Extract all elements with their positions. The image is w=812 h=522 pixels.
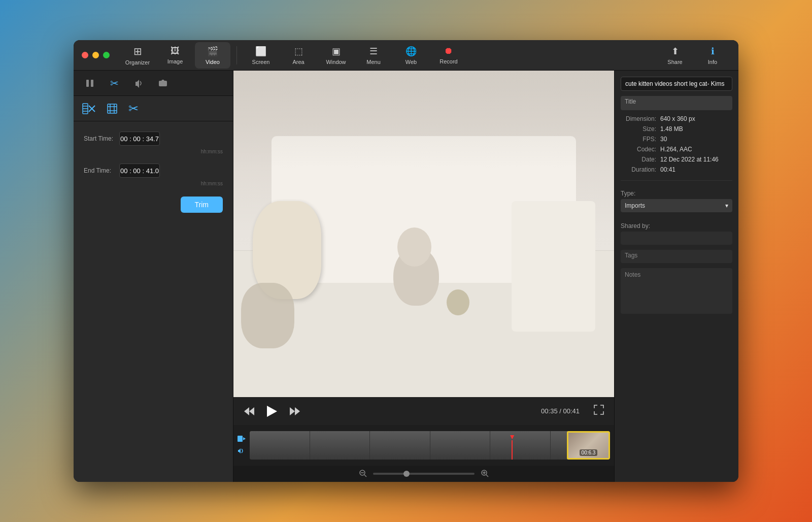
playhead-line <box>512 440 513 460</box>
zoom-slider[interactable] <box>373 473 475 475</box>
record-icon: ⏺ <box>444 46 453 56</box>
trim-button[interactable]: Trim <box>181 197 223 213</box>
duration-label: Duration: <box>621 166 656 173</box>
dimension-value: 640 x 360 px <box>660 115 695 122</box>
divider-1 <box>621 180 732 181</box>
notes-area[interactable]: Notes <box>621 268 732 314</box>
svg-marker-19 <box>295 407 300 415</box>
forward-button[interactable] <box>289 407 300 416</box>
toolbar-area-label: Area <box>292 59 304 65</box>
scene-pillow-right <box>512 201 595 332</box>
thumb-seg-5 <box>490 431 551 460</box>
fullscreen-button[interactable] <box>594 405 604 417</box>
play-button[interactable] <box>263 402 281 420</box>
app-window: ⊞ Organizer 🖼 Image 🎬 Video ⬜ Screen ⬚ A… <box>74 40 738 482</box>
toolbar-item-web[interactable]: 🌐 Web <box>393 42 429 69</box>
edit-tool-crop[interactable] <box>106 103 118 115</box>
zoom-in-icon[interactable] <box>481 469 489 479</box>
edit-tool-cut[interactable]: ✂ <box>106 75 122 91</box>
shared-by-input[interactable] <box>621 232 732 245</box>
zoom-bar <box>233 466 614 482</box>
scene-ceiling <box>233 71 614 169</box>
svg-rect-20 <box>238 436 243 442</box>
thumb-seg-1 <box>250 431 310 460</box>
menu-icon: ☰ <box>369 46 378 57</box>
toolbar-item-info[interactable]: ℹ Info <box>695 42 730 69</box>
timeline-track[interactable]: ▼ 00:6.3 <box>250 431 610 460</box>
timeline-active-thumb: 00:6.3 <box>567 431 610 460</box>
zoom-out-icon[interactable] <box>359 469 367 479</box>
close-button[interactable] <box>82 52 88 58</box>
tags-input[interactable]: Tags <box>621 250 732 263</box>
meta-duration: Duration: 00:41 <box>621 166 732 173</box>
thumb-seg-3 <box>370 431 430 460</box>
toolbar-item-share[interactable]: ⬆ Share <box>657 42 693 69</box>
edit-tool-scissors[interactable]: ✂ <box>128 102 139 116</box>
timeline-thumbnails <box>250 431 610 460</box>
toolbar-share-label: Share <box>667 59 682 65</box>
svg-marker-16 <box>249 407 254 415</box>
end-time-row: End Time: 00 : 00 : 41.0 hh:mm:ss <box>84 164 223 186</box>
date-value: 12 Dec 2022 at 11:46 <box>660 156 719 163</box>
playhead-arrow: ▼ <box>509 433 516 440</box>
maximize-button[interactable] <box>103 52 110 58</box>
end-time-hint: hh:mm:ss <box>84 181 223 186</box>
start-time-input[interactable]: 00 : 00 : 34.7 <box>119 132 160 146</box>
end-time-value: 00 : 00 : 41.0 <box>120 167 159 175</box>
edit-toolbar-row1: ✂ <box>74 71 233 96</box>
kitten-scene <box>233 71 614 397</box>
active-thumb-inner: 00:6.3 <box>568 433 608 458</box>
toolbar-item-window[interactable]: ▣ Window <box>318 42 354 69</box>
toolbar-item-menu[interactable]: ☰ Menu <box>356 42 391 69</box>
thumb-seg-2 <box>310 431 370 460</box>
end-time-input[interactable]: 00 : 00 : 41.0 <box>119 164 160 178</box>
edit-tool-audio[interactable] <box>130 75 147 91</box>
organizer-icon: ⊞ <box>133 45 142 57</box>
toolbar-item-screen[interactable]: ⬜ Screen <box>243 42 279 69</box>
pillow-small <box>241 283 294 348</box>
title-placeholder: Title <box>625 98 636 105</box>
svg-marker-18 <box>290 407 295 415</box>
playhead: ▼ <box>509 433 516 460</box>
toolbar-window-label: Window <box>326 59 346 65</box>
svg-rect-0 <box>86 80 89 87</box>
window-icon: ▣ <box>332 46 341 57</box>
edit-tool-play[interactable] <box>82 75 98 91</box>
toolbar-item-video[interactable]: 🎬 Video <box>195 42 230 69</box>
meta-size: Size: 1.48 MB <box>621 125 732 133</box>
title-bar[interactable]: Title <box>621 96 732 110</box>
thumb-time-label: 00:6.3 <box>580 449 598 456</box>
time-display: 00:35 / 00:41 <box>541 407 580 415</box>
timeline-audio-icon <box>238 447 246 455</box>
rewind-button[interactable] <box>244 407 255 416</box>
toolbar-item-image[interactable]: 🖼 Image <box>157 42 193 69</box>
toolbar-item-area[interactable]: ⬚ Area <box>281 42 316 69</box>
toolbar: ⊞ Organizer 🖼 Image 🎬 Video ⬜ Screen ⬚ A… <box>120 42 657 69</box>
toolbar-item-record[interactable]: ⏺ Record <box>431 42 466 69</box>
type-dropdown[interactable]: Imports ▾ <box>621 199 732 212</box>
traffic-lights <box>82 52 110 58</box>
meta-dimension: Dimension: 640 x 360 px <box>621 115 732 122</box>
edit-tool-camera[interactable] <box>155 75 171 91</box>
toolbar-separator <box>236 46 237 64</box>
video-preview <box>233 71 614 397</box>
toolbar-image-label: Image <box>167 58 183 64</box>
scene-ball <box>447 289 469 315</box>
edit-tool-film-cut[interactable] <box>82 102 96 116</box>
toolbar-video-label: Video <box>206 59 220 65</box>
fps-value: 30 <box>660 136 667 143</box>
svg-line-23 <box>364 475 366 477</box>
filename-input[interactable] <box>621 77 732 91</box>
titlebar: ⊞ Organizer 🖼 Image 🎬 Video ⬜ Screen ⬚ A… <box>74 40 738 71</box>
area-icon: ⬚ <box>294 46 303 57</box>
toolbar-info-label: Info <box>708 59 717 65</box>
toolbar-screen-label: Screen <box>252 59 270 65</box>
toolbar-right: ⬆ Share ℹ Info <box>657 42 730 69</box>
toolbar-item-organizer[interactable]: ⊞ Organizer <box>120 42 155 69</box>
minimize-button[interactable] <box>92 52 99 58</box>
main-content: ✂ <box>74 71 738 482</box>
codec-label: Codec: <box>621 146 656 153</box>
meta-date: Date: 12 Dec 2022 at 11:46 <box>621 156 732 163</box>
dimension-label: Dimension: <box>621 115 656 122</box>
timeline: ▼ 00:6.3 <box>233 425 614 466</box>
